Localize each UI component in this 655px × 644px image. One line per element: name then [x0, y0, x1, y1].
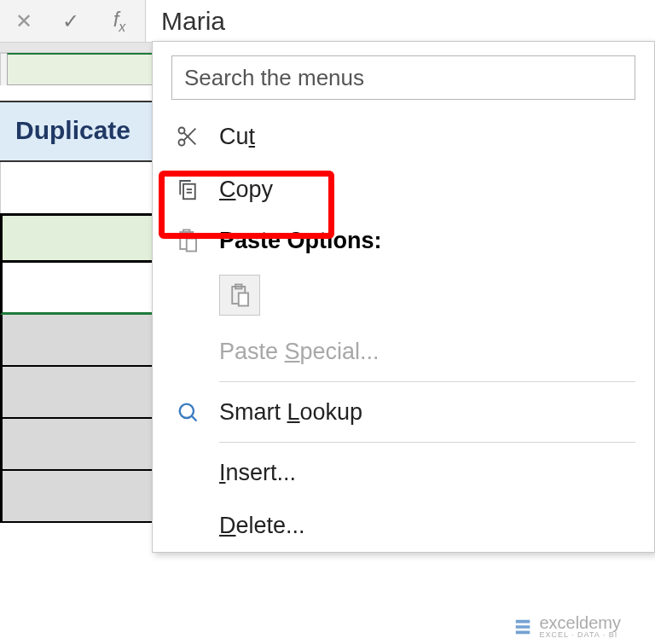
menu-item-label: Copy [219, 177, 273, 203]
clipboard-icon [168, 228, 207, 253]
menu-item-label: Insert... [219, 460, 296, 486]
paste-option-button[interactable] [219, 275, 260, 316]
fx-label[interactable]: fx [94, 8, 145, 35]
menu-item-label: Paste Options: [219, 228, 382, 254]
svg-line-14 [192, 416, 197, 421]
brand-icon [512, 616, 534, 638]
menu-item-label: Delete... [219, 513, 305, 539]
smart-lookup-menu-item[interactable]: Smart Lookup [153, 386, 654, 438]
copy-icon [168, 177, 207, 202]
menu-item-label: Smart Lookup [219, 399, 362, 426]
formula-input[interactable]: Maria [145, 0, 655, 42]
svg-rect-9 [187, 239, 196, 252]
paste-special-menu-item: Paste Special... [153, 325, 654, 378]
watermark-sub: EXCEL · DATA · BI [539, 631, 621, 639]
menu-item-label: Paste Special... [219, 339, 380, 365]
delete-menu-item[interactable]: Delete... [153, 499, 654, 552]
svg-point-13 [180, 404, 194, 418]
smart-lookup-icon [168, 400, 207, 424]
cut-menu-item[interactable]: Cut [153, 110, 654, 163]
search-input[interactable]: Search the menus [171, 55, 635, 100]
menu-item-label: Cut [219, 124, 255, 150]
context-menu: Search the menus Cut Copy [152, 41, 655, 553]
menu-separator [219, 381, 635, 382]
scissors-icon [168, 125, 207, 148]
confirm-button[interactable]: ✓ [47, 0, 94, 42]
svg-rect-4 [183, 184, 195, 200]
svg-rect-12 [239, 293, 248, 306]
watermark: exceldemy EXCEL · DATA · BI [512, 614, 621, 639]
clipboard-paste-icon [227, 282, 252, 308]
copy-menu-item[interactable]: Copy [153, 163, 654, 216]
paste-options-header: Paste Options: [153, 216, 654, 265]
watermark-brand: exceldemy [539, 614, 621, 631]
menu-separator [219, 442, 635, 443]
formula-bar: ✕ ✓ fx Maria [0, 0, 655, 43]
insert-menu-item[interactable]: Insert... [153, 446, 654, 499]
svg-point-1 [179, 140, 185, 146]
svg-point-0 [179, 128, 185, 134]
paste-options-row [153, 265, 654, 325]
cancel-button[interactable]: ✕ [0, 0, 47, 42]
